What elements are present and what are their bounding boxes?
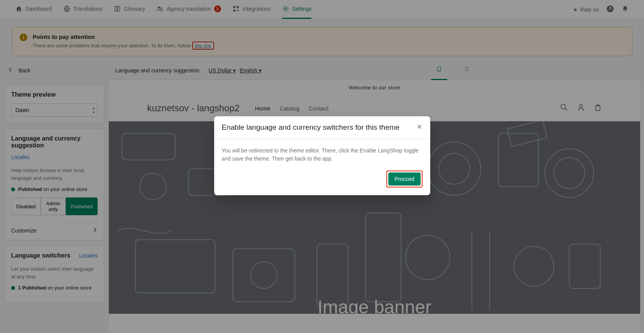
- close-icon: [416, 124, 423, 131]
- modal-overlay[interactable]: Enable language and currency switchers f…: [0, 0, 644, 333]
- modal-title: Enable language and currency switchers f…: [222, 123, 400, 132]
- modal: Enable language and currency switchers f…: [214, 116, 430, 195]
- modal-close-button[interactable]: [416, 124, 423, 132]
- modal-footer: Procced: [214, 171, 430, 195]
- modal-header: Enable language and currency switchers f…: [214, 116, 430, 139]
- modal-body: You will be redirected to the theme edit…: [214, 139, 430, 171]
- proceed-highlight: Procced: [386, 171, 422, 187]
- proceed-button[interactable]: Procced: [388, 172, 420, 186]
